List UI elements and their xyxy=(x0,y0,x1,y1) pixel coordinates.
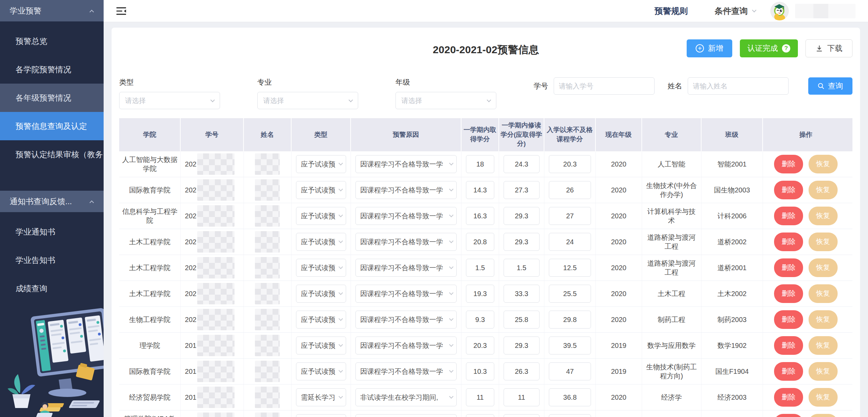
restore-button[interactable]: 恢复 xyxy=(809,207,838,225)
attempted-credits-input[interactable]: 11 xyxy=(504,388,540,406)
menu-collapse-icon[interactable] xyxy=(116,6,127,16)
type-select[interactable]: 应予试读预 xyxy=(296,233,346,251)
attempted-credits-input[interactable]: 29.3 xyxy=(504,337,540,354)
sidebar-item[interactable]: 成绩查询 xyxy=(0,274,104,303)
type-select[interactable]: 需延长学习 xyxy=(296,388,346,406)
reason-select[interactable]: 非试读学生在校学习期间, xyxy=(355,388,457,406)
earned-credits-input[interactable]: 14.3 xyxy=(466,181,494,199)
student-no-input[interactable] xyxy=(554,77,655,95)
attempted-credits-input[interactable]: 27.3 xyxy=(504,181,540,199)
type-select[interactable]: 应予试读预 xyxy=(296,181,346,199)
reason-select[interactable]: 因课程学习不合格导致一学 xyxy=(355,259,457,277)
attempted-credits-input[interactable]: 24.3 xyxy=(504,155,540,173)
delete-button[interactable]: 删除 xyxy=(774,310,803,329)
restore-button[interactable]: 恢复 xyxy=(809,155,838,173)
failed-credits-input[interactable]: 24 xyxy=(549,233,591,251)
restore-button[interactable]: 恢复 xyxy=(809,388,838,407)
type-select[interactable]: 应予试读预 xyxy=(296,155,346,173)
reason-select[interactable]: 因课程学习不合格导致一学 xyxy=(355,207,457,225)
delete-button[interactable]: 删除 xyxy=(774,181,803,199)
reason-select[interactable]: 因课程学习不合格导致一学 xyxy=(355,181,457,199)
earned-credits-input[interactable]: 18 xyxy=(466,155,494,173)
type-select[interactable]: 应予试读预 xyxy=(296,362,346,380)
sidebar-item[interactable]: 学业告知书 xyxy=(0,246,104,274)
download-button[interactable]: 下载 xyxy=(805,39,852,57)
restore-button[interactable]: 恢复 xyxy=(809,258,838,277)
earned-credits-input[interactable]: 1.5 xyxy=(466,259,494,277)
sidebar-item[interactable]: 预警信息查询及认定 xyxy=(0,112,104,140)
attempted-credits-input[interactable]: 33.3 xyxy=(504,285,540,303)
type-select[interactable]: 应予试读预 xyxy=(296,207,346,225)
earned-credits-input[interactable]: 20.8 xyxy=(466,233,494,251)
filter-select[interactable]: 请选择 xyxy=(395,92,496,109)
failed-credits-input[interactable]: 12.5 xyxy=(549,259,591,277)
sidebar-item[interactable]: 各年级预警情况 xyxy=(0,84,104,112)
restore-button[interactable]: 恢复 xyxy=(809,414,838,417)
reason-select[interactable]: 因课程学习不合格导致一学 xyxy=(355,233,457,251)
type-select[interactable]: 应予试读预 xyxy=(296,259,346,277)
add-button[interactable]: + 新增 xyxy=(687,39,732,57)
earned-credits-input[interactable]: 9.3 xyxy=(466,311,494,329)
attempted-credits-input[interactable]: 1.5 xyxy=(504,259,540,277)
earned-credits-input[interactable]: 16.3 xyxy=(466,207,494,225)
delete-button[interactable]: 删除 xyxy=(774,233,803,251)
failed-credits-input[interactable]: 29.8 xyxy=(549,311,591,329)
failed-credits-input[interactable]: 20.3 xyxy=(549,155,591,173)
reason-select[interactable]: 因课程学习不合格导致一学 xyxy=(355,155,457,173)
type-select[interactable]: 应予试读预 xyxy=(296,414,346,417)
sidebar-item[interactable]: 预警认定结果审核（教务） xyxy=(0,140,104,169)
delete-button[interactable]: 删除 xyxy=(774,207,803,225)
sidebar-item[interactable]: 学业通知书 xyxy=(0,218,104,246)
reason-select[interactable]: 因课程学习不合格导致一学 xyxy=(355,285,457,303)
restore-button[interactable]: 恢复 xyxy=(809,336,838,355)
sidebar-group-header[interactable]: 通知书查询反馈... xyxy=(0,191,104,212)
delete-button[interactable]: 删除 xyxy=(774,414,803,417)
filter-select[interactable]: 请选择 xyxy=(257,92,358,109)
earned-credits-input[interactable]: 1 xyxy=(466,414,494,417)
delete-button[interactable]: 删除 xyxy=(774,388,803,407)
delete-button[interactable]: 删除 xyxy=(774,258,803,277)
filter-select[interactable]: 请选择 xyxy=(119,92,220,109)
sidebar-item[interactable]: 各学院预警情况 xyxy=(0,55,104,84)
restore-button[interactable]: 恢复 xyxy=(809,362,838,381)
name-input[interactable] xyxy=(688,77,789,95)
attempted-credits-input[interactable]: 29.3 xyxy=(504,233,540,251)
condition-query-link[interactable]: 条件查询 xyxy=(715,6,756,17)
failed-credits-input[interactable]: 36.8 xyxy=(549,388,591,406)
delete-button[interactable]: 删除 xyxy=(774,284,803,303)
earned-credits-input[interactable]: 19.3 xyxy=(466,285,494,303)
sidebar-group-header[interactable]: 学业预警 xyxy=(0,0,104,21)
failed-credits-input[interactable]: 47 xyxy=(549,362,591,380)
reason-select[interactable]: 因课程学习不合格导致一学 xyxy=(355,337,457,354)
restore-button[interactable]: 恢复 xyxy=(809,233,838,251)
failed-credits-input[interactable]: 26 xyxy=(549,181,591,199)
earned-credits-input[interactable]: 20.3 xyxy=(466,337,494,354)
attempted-credits-input[interactable]: 29.3 xyxy=(504,207,540,225)
restore-button[interactable]: 恢复 xyxy=(809,310,838,329)
certify-complete-button[interactable]: 认证完成 ? xyxy=(740,39,798,57)
user-avatar[interactable] xyxy=(770,2,789,20)
failed-credits-input[interactable]: 39.5 xyxy=(549,337,591,354)
attempted-credits-input[interactable]: 25.8 xyxy=(504,311,540,329)
type-select[interactable]: 应予试读预 xyxy=(296,337,346,354)
failed-credits-input[interactable]: 40.1 xyxy=(549,414,591,417)
delete-button[interactable]: 删除 xyxy=(774,155,803,173)
attempted-credits-input[interactable]: 18.3 xyxy=(504,414,540,417)
reason-select[interactable]: 因课程学习不合格导致一学 xyxy=(355,362,457,380)
delete-button[interactable]: 删除 xyxy=(774,336,803,355)
reason-select[interactable]: 因课程学习不合格导致一学 xyxy=(355,414,457,417)
restore-button[interactable]: 恢复 xyxy=(809,284,838,303)
earned-credits-input[interactable]: 10.3 xyxy=(466,362,494,380)
failed-credits-input[interactable]: 27 xyxy=(549,207,591,225)
reason-select[interactable]: 因课程学习不合格导致一学 xyxy=(355,311,457,329)
earned-credits-input[interactable]: 11 xyxy=(466,388,494,406)
failed-credits-input[interactable]: 25.5 xyxy=(549,285,591,303)
restore-button[interactable]: 恢复 xyxy=(809,181,838,199)
attempted-credits-input[interactable]: 26.3 xyxy=(504,362,540,380)
type-select[interactable]: 应予试读预 xyxy=(296,285,346,303)
delete-button[interactable]: 删除 xyxy=(774,362,803,381)
type-select[interactable]: 应予试读预 xyxy=(296,311,346,329)
sidebar-item[interactable]: 预警总览 xyxy=(0,27,104,55)
search-button[interactable]: 查询 xyxy=(808,77,852,95)
warning-rules-link[interactable]: 预警规则 xyxy=(655,6,688,17)
